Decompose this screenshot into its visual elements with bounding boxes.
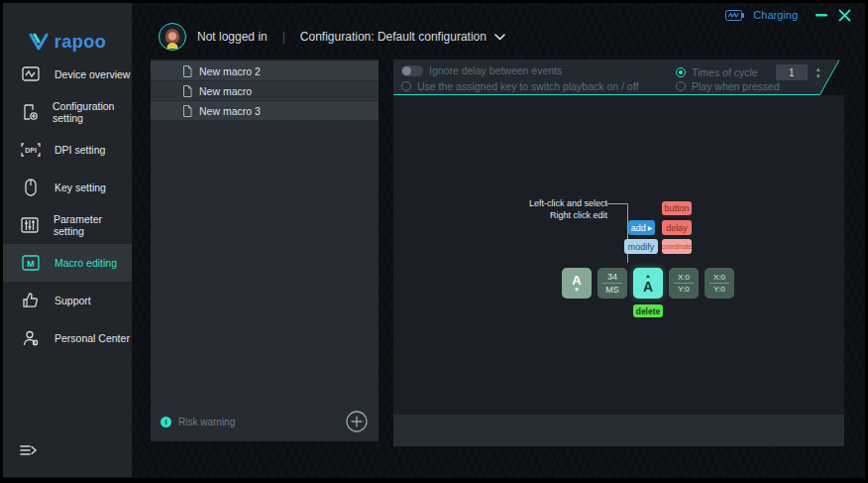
key-label: A <box>572 274 581 287</box>
coord-y: Y:0 <box>678 285 690 294</box>
sidebar-item-label: Personal Center <box>54 332 130 344</box>
times-of-cycle-radio[interactable] <box>676 67 686 77</box>
person-icon <box>20 327 42 349</box>
cycle-count-spinner[interactable]: ▲▼ <box>815 66 821 79</box>
thumbs-up-icon <box>20 290 42 311</box>
rapoo-logo: rapoo <box>3 25 132 59</box>
playback-options-bar: Ignore delay between events Use the assi… <box>393 60 844 95</box>
header-divider: | <box>278 30 289 44</box>
hint-line-1: Left-click and select <box>518 197 607 209</box>
play-when-pressed-option: Play when pressed <box>676 80 780 92</box>
times-of-cycle-label: Times of cycle <box>692 66 758 78</box>
coord-x: X:0 <box>713 273 725 282</box>
coord-y: Y:0 <box>713 285 725 294</box>
avatar[interactable] <box>159 23 186 51</box>
delay-unit: MS <box>605 285 619 295</box>
sidebar-item-personal-center[interactable]: Personal Center <box>3 319 132 357</box>
sidebar-item-device-overview[interactable]: Device overview <box>3 56 132 93</box>
macro-name: New macro 2 <box>199 65 261 77</box>
canvas-footer-strip <box>393 415 844 446</box>
device-overview-icon <box>20 63 42 85</box>
battery-status-label: Charging <box>753 9 798 21</box>
event-block-key-up-selected[interactable]: ▲ A <box>633 268 663 299</box>
event-block-coordinate[interactable]: X:0 Y:0 <box>705 268 734 299</box>
ignore-delay-option: Ignore delay between events <box>401 64 562 76</box>
macro-editing-icon: M <box>20 252 42 274</box>
add-menu-button[interactable]: add▶ <box>628 220 655 235</box>
sidebar-item-dpi-setting[interactable]: DPI DPI setting <box>3 131 132 169</box>
close-button[interactable] <box>837 7 852 23</box>
risk-warning[interactable]: i Risk warning <box>161 417 235 427</box>
macro-list-item[interactable]: New macro 2 <box>151 61 379 80</box>
configuration-selector[interactable]: Configuration: Default configuration <box>300 30 505 44</box>
macro-list-item[interactable]: New macro 3 <box>151 101 379 120</box>
hint-connector-line <box>606 202 629 264</box>
sidebar-item-label: Key setting <box>54 181 106 193</box>
event-block-key-down[interactable]: A ▼ <box>562 268 592 299</box>
app-window: rapoo Device overview Configuration sett… <box>0 0 868 483</box>
sidebar: rapoo Device overview Configuration sett… <box>3 3 132 477</box>
sidebar-collapse-icon[interactable] <box>17 441 41 461</box>
delay-value: 34 <box>607 272 617 282</box>
sidebar-nav: Device overview Configuration setting DP… <box>3 56 132 357</box>
event-block-coordinate[interactable]: X:0 Y:0 <box>669 268 699 299</box>
login-status[interactable]: Not logged in <box>197 30 268 44</box>
macro-list-item[interactable]: New macro <box>151 81 379 100</box>
event-block-delay[interactable]: 34 MS <box>597 268 627 299</box>
spinner-up-icon[interactable]: ▲ <box>815 66 821 72</box>
macro-list: New macro 2 New macro New macro 3 <box>151 60 379 120</box>
sidebar-item-label: Configuration setting <box>53 100 132 124</box>
sidebar-item-macro-editing[interactable]: M Macro editing <box>3 244 132 282</box>
add-button-submenu-item[interactable]: button <box>662 201 692 215</box>
sidebar-item-label: DPI setting <box>54 144 105 156</box>
sidebar-item-parameter-setting[interactable]: Parameter setting <box>3 206 132 244</box>
chevron-down-icon <box>494 34 505 41</box>
risk-warning-label: Risk warning <box>178 417 235 427</box>
toggle-knob <box>402 66 411 75</box>
brand-name: rapoo <box>54 32 107 53</box>
macro-name: New macro 3 <box>199 105 261 117</box>
modify-menu-button[interactable]: modify <box>624 239 658 254</box>
hint-line-2: Right click edit <box>518 209 607 221</box>
ignore-delay-toggle[interactable] <box>401 65 423 76</box>
battery-charging-icon <box>725 10 744 21</box>
sidebar-item-support[interactable]: Support <box>3 282 132 319</box>
sidebar-item-label: Device overview <box>54 68 130 80</box>
delete-button[interactable]: delete <box>633 304 663 317</box>
macro-canvas: Left-click and select Right click edit a… <box>393 95 844 415</box>
document-icon <box>182 65 192 77</box>
play-when-pressed-radio[interactable] <box>676 81 686 91</box>
play-when-pressed-label: Play when pressed <box>692 80 780 92</box>
configuration-label: Configuration: Default configuration <box>300 30 487 44</box>
block-divider <box>674 283 694 284</box>
block-divider <box>709 283 729 284</box>
svg-text:DPI: DPI <box>25 147 37 154</box>
edit-hint-text: Left-click and select Right click edit <box>518 197 607 221</box>
sidebar-item-configuration-setting[interactable]: Configuration setting <box>3 93 132 131</box>
titlebar-controls: Charging <box>725 6 852 24</box>
sidebar-item-key-setting[interactable]: Key setting <box>3 169 132 206</box>
assigned-key-option: Use the assigned key to switch playback … <box>401 80 638 92</box>
add-label: add <box>631 223 646 233</box>
add-macro-button[interactable] <box>346 411 368 432</box>
add-coordinate-submenu-item[interactable]: coordinate <box>662 239 692 254</box>
assigned-key-radio[interactable] <box>401 81 411 91</box>
spinner-down-icon[interactable]: ▼ <box>815 73 821 79</box>
dpi-setting-icon: DPI <box>20 139 42 161</box>
macro-list-panel: New macro 2 New macro New macro 3 i Risk… <box>151 60 379 441</box>
parameter-setting-icon <box>20 214 41 236</box>
sidebar-item-label: Support <box>54 295 91 306</box>
user-bar: Not logged in | Configuration: Default c… <box>159 22 505 52</box>
submenu-arrow-icon: ▶ <box>648 224 653 231</box>
cycle-count-input[interactable] <box>776 64 808 80</box>
sidebar-item-label: Parameter setting <box>54 213 132 237</box>
svg-text:M: M <box>27 259 35 269</box>
assigned-key-label: Use the assigned key to switch playback … <box>417 80 638 92</box>
key-label: A <box>643 280 653 294</box>
key-down-arrow-icon: ▼ <box>574 287 580 294</box>
macro-name: New macro <box>199 85 252 97</box>
minimize-button[interactable] <box>814 7 828 23</box>
add-delay-submenu-item[interactable]: delay <box>662 220 692 235</box>
times-of-cycle-option: Times of cycle ▲▼ <box>676 64 821 80</box>
configuration-setting-icon <box>20 101 40 123</box>
